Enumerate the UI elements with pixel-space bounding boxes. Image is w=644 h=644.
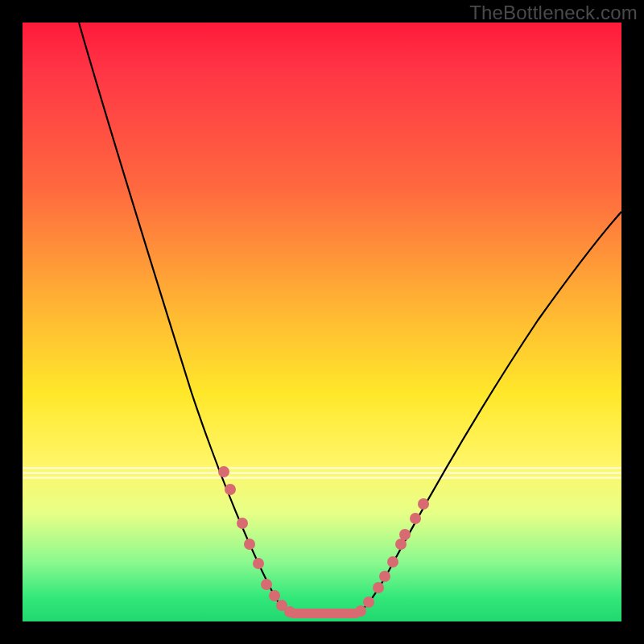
marker-left [284, 606, 295, 617]
marker-right [387, 556, 398, 568]
curve-right [357, 212, 621, 613]
marker-left [225, 484, 236, 495]
marker-right [399, 529, 411, 540]
attribution-text: TheBottleneck.com [469, 2, 638, 24]
plot-area [23, 23, 621, 621]
chart-svg [23, 23, 621, 621]
marker-right [410, 513, 421, 524]
marker-right [395, 539, 407, 550]
marker-right [363, 597, 374, 608]
marker-left [269, 590, 280, 601]
marker-right [379, 571, 390, 582]
marker-right [355, 605, 366, 617]
marker-left [253, 558, 264, 569]
marker-left [261, 579, 272, 590]
marker-left [237, 518, 248, 529]
marker-left [218, 466, 229, 477]
curve-left [79, 23, 292, 613]
marker-left [244, 539, 255, 550]
marker-right [373, 582, 384, 593]
marker-right [418, 498, 429, 510]
chart-frame: TheBottleneck.com [0, 0, 644, 644]
